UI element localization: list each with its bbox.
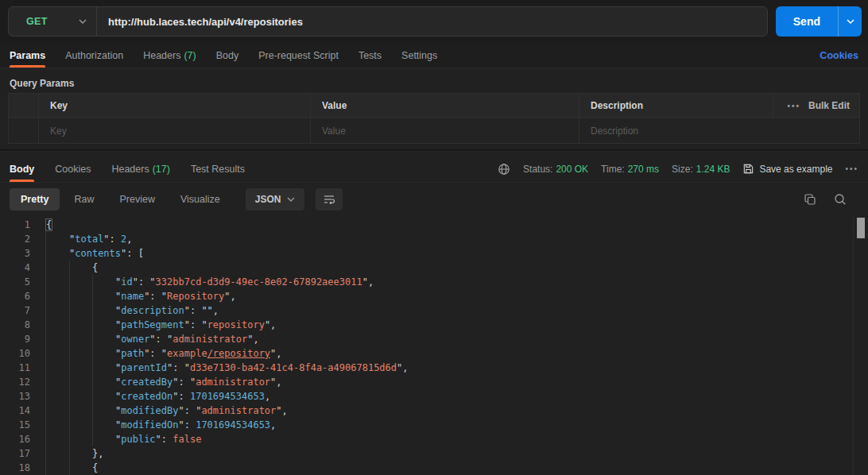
line-number: 9 <box>0 332 40 346</box>
cookies-link[interactable]: Cookies <box>820 43 858 68</box>
view-tab-preview[interactable]: Preview <box>108 188 165 210</box>
format-select[interactable]: JSON <box>246 188 305 210</box>
response-tab-headers[interactable]: Headers(17) <box>111 156 169 182</box>
line-number: 16 <box>0 432 40 446</box>
key-input[interactable] <box>50 126 299 137</box>
tabs-spacer <box>457 43 800 68</box>
table-actions-cell: ••• Bulk Edit <box>773 94 859 118</box>
column-header-description: Description <box>579 94 773 118</box>
description-input[interactable] <box>591 126 848 137</box>
query-params-entry-row <box>9 118 859 143</box>
column-header-value: Value <box>311 94 579 118</box>
query-params-header-row: Key Value Description ••• Bulk Edit <box>9 94 859 118</box>
response-body-viewer[interactable]: 1{2"total": 2,3"contents": [4{5"id": "33… <box>0 216 868 475</box>
status-badge: Status: 200 OK <box>523 164 588 175</box>
description-cell <box>579 118 859 143</box>
search-icon[interactable] <box>833 192 847 207</box>
time-badge: Time: 270 ms <box>601 164 659 175</box>
column-header-key: Key <box>39 94 311 118</box>
globe-icon[interactable] <box>498 163 510 176</box>
line-number: 11 <box>0 361 40 375</box>
request-tabs: Params Authorization Headers(7) Body Pre… <box>0 43 868 68</box>
response-tab-test-results[interactable]: Test Results <box>191 156 245 182</box>
code-line: 5"id": "332bb7cd-d3d9-49ec-8e02-67892aee… <box>0 275 852 289</box>
response-tab-body[interactable]: Body <box>10 156 34 182</box>
send-options-caret[interactable] <box>838 6 862 37</box>
chevron-down-icon <box>79 19 87 24</box>
code-line: 4{ <box>0 261 852 275</box>
code-lines: 1{2"total": 2,3"contents": [4{5"id": "33… <box>0 218 852 475</box>
scrollbar-thumb[interactable] <box>857 218 865 238</box>
wrap-lines-button[interactable] <box>316 188 343 210</box>
copy-icon[interactable] <box>803 192 817 207</box>
row-checkbox-cell <box>9 118 39 143</box>
bulk-edit-button[interactable]: Bulk Edit <box>808 100 850 111</box>
response-meta: Status: 200 OK Time: 270 ms Size: 1.24 K… <box>498 156 858 182</box>
line-number: 12 <box>0 375 40 389</box>
scrollbar-track[interactable] <box>853 216 868 475</box>
size-badge: Size: 1.24 KB <box>672 164 730 175</box>
tab-params[interactable]: Params <box>10 43 45 68</box>
send-button[interactable]: Send <box>776 6 862 37</box>
line-number: 8 <box>0 318 40 332</box>
line-number: 4 <box>0 261 40 275</box>
headers-count-badge: (7) <box>184 50 196 61</box>
tab-tests[interactable]: Tests <box>358 43 382 68</box>
tab-headers[interactable]: Headers(7) <box>143 43 196 68</box>
send-button-label: Send <box>776 6 838 37</box>
method-label: GET <box>26 16 79 27</box>
column-options-icon[interactable]: ••• <box>787 102 800 110</box>
api-client-window: GET Send Params Authorization Headers(7)… <box>0 0 868 475</box>
value-cell <box>311 118 579 143</box>
chevron-down-icon <box>287 197 295 202</box>
tab-settings[interactable]: Settings <box>401 43 437 68</box>
code-line: 3"contents": [ <box>0 246 852 261</box>
code-line: 18{ <box>0 461 852 475</box>
code-line: 15"modifiedOn": 1701694534653, <box>0 418 852 432</box>
query-params-header: Query Params <box>0 68 868 93</box>
tab-authorization[interactable]: Authorization <box>65 43 123 68</box>
response-toolbar: Pretty Raw Preview Visualize JSON <box>0 183 868 216</box>
select-all-cell <box>9 94 39 118</box>
line-number: 14 <box>0 404 40 418</box>
response-options-icon[interactable]: ••• <box>845 164 858 173</box>
response-tab-cookies[interactable]: Cookies <box>55 156 91 182</box>
code-line: 10"path": "example/repository", <box>0 346 852 361</box>
method-select[interactable]: GET <box>9 7 96 36</box>
line-number: 15 <box>0 418 40 432</box>
request-bar: GET Send <box>0 0 868 43</box>
code-line: 11"parentId": "d33e7130-ba42-41c4-8f4a-a… <box>0 361 852 375</box>
code-line: 7"description": "", <box>0 303 852 318</box>
tab-body[interactable]: Body <box>216 43 239 68</box>
query-params-table: Key Value Description ••• Bulk Edit <box>8 93 860 144</box>
response-headers-count-badge: (17) <box>153 164 170 175</box>
line-number: 1 <box>0 218 40 232</box>
line-number: 6 <box>0 289 40 303</box>
url-input[interactable] <box>97 16 767 28</box>
code-line: 9"owner": "administrator", <box>0 332 852 346</box>
code-line: 13"createdOn": 1701694534653, <box>0 389 852 404</box>
line-number: 5 <box>0 275 40 289</box>
save-as-example-button[interactable]: Save as example <box>742 163 832 175</box>
line-number: 10 <box>0 346 40 361</box>
key-cell <box>39 118 311 143</box>
code-line: 6"name": "Repository", <box>0 289 852 303</box>
section-divider <box>0 144 868 156</box>
code-line: 16"public": false <box>0 432 852 446</box>
save-icon <box>742 163 754 175</box>
value-input[interactable] <box>322 126 568 137</box>
view-tab-raw[interactable]: Raw <box>63 188 105 210</box>
line-number: 7 <box>0 303 40 318</box>
line-number: 3 <box>0 246 40 261</box>
code-line: 8"pathSegment": "repository", <box>0 318 852 332</box>
response-tabs: Body Cookies Headers(17) Test Results St… <box>0 156 868 183</box>
tab-pre-request-script[interactable]: Pre-request Script <box>258 43 339 68</box>
line-number: 17 <box>0 446 40 461</box>
view-tab-visualize[interactable]: Visualize <box>169 188 231 210</box>
query-params-title: Query Params <box>10 78 74 89</box>
url-box: GET <box>8 6 768 37</box>
view-tab-pretty[interactable]: Pretty <box>10 188 60 210</box>
line-number: 2 <box>0 232 40 246</box>
line-number: 13 <box>0 389 40 404</box>
wrap-lines-icon <box>323 193 335 206</box>
